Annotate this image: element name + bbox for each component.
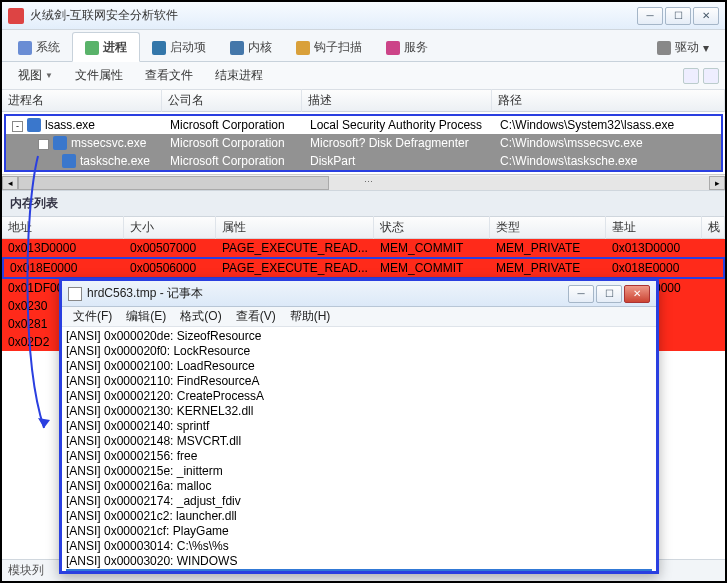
col-state[interactable]: 状态 <box>374 216 490 239</box>
titlebar: 火绒剑-互联网安全分析软件 ─ ☐ ✕ <box>2 2 725 30</box>
tab-kernel[interactable]: 内核 <box>218 33 284 61</box>
table-row[interactable]: 0x013D00000x00507000PAGE_EXECUTE_READ...… <box>2 239 725 257</box>
tab-services[interactable]: 服务 <box>374 33 440 61</box>
hook-icon <box>296 41 310 55</box>
notepad-menu: 文件(F) 编辑(E) 格式(O) 查看(V) 帮助(H) <box>62 307 656 327</box>
tab-hook[interactable]: 钩子扫描 <box>284 33 374 61</box>
col-extra[interactable]: 栈 <box>702 216 725 239</box>
scroll-left-icon[interactable]: ◂ <box>2 176 18 190</box>
scroll-thumb[interactable] <box>18 176 329 190</box>
end-process-button[interactable]: 结束进程 <box>205 63 273 88</box>
notepad-line[interactable]: [ANSI] 0x0000216a: malloc <box>66 479 652 494</box>
table-row[interactable]: 0x018E00000x00506000PAGE_EXECUTE_READ...… <box>4 259 723 277</box>
menu-view[interactable]: 查看(V) <box>229 306 283 327</box>
table-row[interactable]: -lsass.exe Microsoft Corporation Local S… <box>6 116 721 134</box>
tab-startup[interactable]: 启动项 <box>140 33 218 61</box>
view-file-button[interactable]: 查看文件 <box>135 63 203 88</box>
process-columns: 进程名 公司名 描述 路径 <box>2 90 725 112</box>
notepad-line[interactable]: [ANSI] 0x000021c2: launcher.dll <box>66 509 652 524</box>
startup-icon <box>152 41 166 55</box>
notepad-line[interactable]: [ANSI] 0x0000215e: _initterm <box>66 464 652 479</box>
col-size[interactable]: 大小 <box>124 216 216 239</box>
notepad-line[interactable]: [ANSI] 0x00002156: free <box>66 449 652 464</box>
status-modules: 模块列 <box>8 562 44 579</box>
menu-file[interactable]: 文件(F) <box>66 306 119 327</box>
notepad-line[interactable]: [ANSI] 0x00002140: sprintf <box>66 419 652 434</box>
notepad-line[interactable]: [ANSI] 0x000021cf: PlayGame <box>66 524 652 539</box>
menu-format[interactable]: 格式(O) <box>173 306 228 327</box>
table-row[interactable]: tasksche.exe Microsoft Corporation DiskP… <box>6 152 721 170</box>
col-base[interactable]: 基址 <box>606 216 702 239</box>
process-rows: -lsass.exe Microsoft Corporation Local S… <box>4 114 723 172</box>
process-icon <box>62 154 76 168</box>
notepad-line[interactable]: [ANSI] 0x00003020: WINDOWS <box>66 554 652 569</box>
close-button[interactable]: ✕ <box>693 7 719 25</box>
system-icon <box>18 41 32 55</box>
col-procname[interactable]: 进程名 <box>2 89 162 112</box>
notepad-line[interactable]: [ANSI] 0x000020f0: LockResource <box>66 344 652 359</box>
tab-drivers[interactable]: 驱动▾ <box>645 33 721 61</box>
np-minimize-button[interactable]: ─ <box>568 285 594 303</box>
notepad-line[interactable]: [ANSI] 0x00002174: _adjust_fdiv <box>66 494 652 509</box>
process-icon <box>85 41 99 55</box>
kernel-icon <box>230 41 244 55</box>
np-maximize-button[interactable]: ☐ <box>596 285 622 303</box>
tool-icon-1[interactable] <box>683 68 699 84</box>
collapse-icon[interactable]: - <box>12 121 23 132</box>
col-path[interactable]: 路径 <box>492 89 725 112</box>
h-scrollbar[interactable]: ◂ ⋯ ▸ <box>2 174 725 190</box>
col-desc[interactable]: 描述 <box>302 89 492 112</box>
col-type[interactable]: 类型 <box>490 216 606 239</box>
notepad-line[interactable]: [ANSI] 0x000020de: SizeofResource <box>66 329 652 344</box>
tab-process[interactable]: 进程 <box>72 32 140 62</box>
notepad-line[interactable]: [ANSI] 0x00003014: C:\%s\%s <box>66 539 652 554</box>
tool-icon-2[interactable] <box>703 68 719 84</box>
process-icon <box>53 136 67 150</box>
notepad-title: hrdC563.tmp - 记事本 <box>87 285 568 302</box>
memory-columns: 地址 大小 属性 状态 类型 基址 栈 <box>2 217 725 239</box>
memory-section-title: 内存列表 <box>2 190 725 217</box>
col-addr[interactable]: 地址 <box>2 216 124 239</box>
col-attr[interactable]: 属性 <box>216 216 374 239</box>
notepad-line[interactable]: [ANSI] 0x00002100: LoadResource <box>66 359 652 374</box>
drivers-icon <box>657 41 671 55</box>
app-icon <box>8 8 24 24</box>
chevron-down-icon: ▼ <box>45 71 53 80</box>
toolbar: 视图 ▼ 文件属性 查看文件 结束进程 <box>2 62 725 90</box>
tab-system[interactable]: 系统 <box>6 33 72 61</box>
file-attr-button[interactable]: 文件属性 <box>65 63 133 88</box>
notepad-window: hrdC563.tmp - 记事本 ─ ☐ ✕ 文件(F) 编辑(E) 格式(O… <box>59 278 659 574</box>
process-icon <box>27 118 41 132</box>
col-company[interactable]: 公司名 <box>162 89 302 112</box>
notepad-titlebar: hrdC563.tmp - 记事本 ─ ☐ ✕ <box>62 281 656 307</box>
notepad-line[interactable]: [ANSI] 0x00002130: KERNEL32.dll <box>66 404 652 419</box>
maximize-button[interactable]: ☐ <box>665 7 691 25</box>
notepad-line[interactable]: [ANSI] 0x00002120: CreateProcessA <box>66 389 652 404</box>
menu-help[interactable]: 帮助(H) <box>283 306 338 327</box>
scroll-right-icon[interactable]: ▸ <box>709 176 725 190</box>
table-row[interactable]: -mssecsvc.exe Microsoft Corporation Micr… <box>6 134 721 152</box>
window-title: 火绒剑-互联网安全分析软件 <box>30 7 637 24</box>
view-menu[interactable]: 视图 ▼ <box>8 63 63 88</box>
notepad-body[interactable]: [ANSI] 0x000020de: SizeofResource[ANSI] … <box>62 327 656 571</box>
main-tabs: 系统 进程 启动项 内核 钩子扫描 服务 驱动▾ <box>2 30 725 62</box>
notepad-line[interactable]: [ANSI] 0x00002148: MSVCRT.dll <box>66 434 652 449</box>
np-close-button[interactable]: ✕ <box>624 285 650 303</box>
notepad-icon <box>68 287 82 301</box>
services-icon <box>386 41 400 55</box>
collapse-icon[interactable]: - <box>38 139 49 150</box>
notepad-line[interactable]: [ANSI] 0x00002110: FindResourceA <box>66 374 652 389</box>
minimize-button[interactable]: ─ <box>637 7 663 25</box>
notepad-line[interactable]: [ANSI] 0x00003028: mssecsvc.exe <box>66 569 652 571</box>
menu-edit[interactable]: 编辑(E) <box>119 306 173 327</box>
